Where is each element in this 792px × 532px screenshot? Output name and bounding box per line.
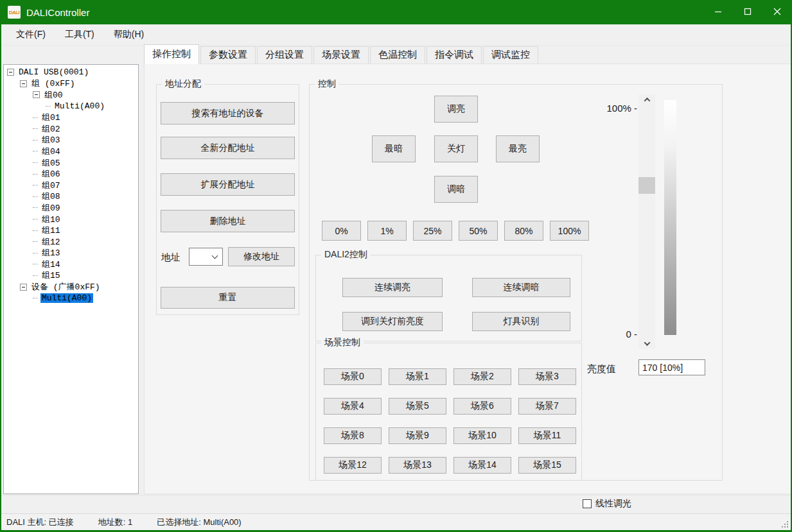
tree-item[interactable]: 组02 — [4, 123, 138, 135]
percent-button-1[interactable]: 1% — [367, 221, 407, 241]
tree-item[interactable]: 设备 (广播0xFF) — [4, 281, 138, 293]
tree-item[interactable]: 组03 — [4, 135, 138, 146]
scene-button-4[interactable]: 场景4 — [324, 398, 382, 415]
percent-button-4[interactable]: 80% — [504, 221, 543, 241]
tree-item[interactable]: 组07 — [4, 180, 138, 191]
linear-dimming-control[interactable]: 线性调光 — [583, 498, 631, 510]
tree-item[interactable]: 组15 — [4, 270, 138, 282]
tree-item[interactable]: 组06 — [4, 168, 138, 180]
tree-item[interactable]: Multi(A00) — [4, 101, 138, 112]
tab-0[interactable]: 操作控制 — [144, 44, 199, 64]
brightness-value-field[interactable]: 170 [10%] — [638, 359, 705, 375]
dali2-button-2[interactable]: 调到关灯前亮度 — [342, 312, 443, 331]
tree-item-label: 组09 — [40, 202, 62, 214]
scene-button-3[interactable]: 场景3 — [518, 368, 576, 385]
dali2-button-0[interactable]: 连续调亮 — [342, 278, 443, 297]
linear-dimming-checkbox[interactable] — [583, 499, 592, 508]
scrollbar-thumb[interactable] — [638, 177, 655, 194]
percent-button-5[interactable]: 100% — [550, 221, 589, 241]
address-button-1[interactable]: 全新分配地址 — [161, 137, 295, 159]
scene-button-13[interactable]: 场景13 — [389, 457, 446, 474]
tree-expander-icon[interactable] — [7, 69, 14, 76]
bottom-strip: 线性调光 — [1, 495, 791, 513]
dim-button[interactable]: 调暗 — [434, 176, 478, 203]
tree-connector — [33, 196, 38, 197]
tab-3[interactable]: 场景设置 — [313, 46, 369, 64]
percent-button-0[interactable]: 0% — [322, 221, 361, 241]
scene-button-12[interactable]: 场景12 — [324, 457, 382, 474]
scroll-up-button[interactable] — [638, 94, 655, 105]
modify-address-button[interactable]: 修改地址 — [228, 247, 295, 266]
menu-item-1[interactable]: 工具(T) — [55, 24, 104, 45]
maximize-button[interactable] — [733, 0, 762, 24]
tab-6[interactable]: 调试监控 — [483, 46, 538, 64]
tree-item[interactable]: 组13 — [4, 248, 138, 259]
percent-button-3[interactable]: 50% — [459, 221, 498, 241]
tree-connector — [33, 219, 38, 219]
tree-item[interactable]: 组12 — [4, 236, 138, 248]
tree-item[interactable]: 组08 — [4, 191, 138, 203]
max-brightness-button[interactable]: 最亮 — [496, 135, 540, 162]
brightness-value-label: 亮度值 — [587, 363, 616, 375]
reset-button[interactable]: 重置 — [161, 287, 295, 309]
status-item-0: DALI 主机: 已连接 — [6, 517, 74, 528]
lamp-off-button[interactable]: 关灯 — [434, 135, 478, 162]
minus-glyph — [22, 287, 25, 287]
tree-connector — [33, 128, 38, 129]
tree-item[interactable]: 组 (0xFF) — [4, 78, 138, 90]
scene-button-8[interactable]: 场景8 — [324, 427, 382, 444]
scene-button-14[interactable]: 场景14 — [453, 457, 511, 474]
close-button[interactable] — [762, 0, 792, 24]
scene-button-6[interactable]: 场景6 — [453, 398, 511, 415]
tree-item[interactable]: 组09 — [4, 202, 138, 214]
tree-item[interactable]: 组11 — [4, 225, 138, 236]
resize-grip[interactable] — [779, 519, 788, 528]
scroll-down-button[interactable] — [638, 338, 655, 349]
address-button-0[interactable]: 搜索有地址的设备 — [161, 102, 295, 124]
tab-4[interactable]: 色温控制 — [370, 46, 425, 64]
tree-item[interactable]: 组04 — [4, 146, 138, 157]
tree-expander-icon[interactable] — [20, 284, 27, 291]
tree-item[interactable]: 组10 — [4, 214, 138, 225]
address-button-2[interactable]: 扩展分配地址 — [161, 173, 295, 196]
scene-button-9[interactable]: 场景9 — [389, 427, 446, 444]
slider-max-label: 100% - — [586, 103, 637, 114]
scene-button-11[interactable]: 场景11 — [518, 427, 576, 444]
min-brightness-button[interactable]: 最暗 — [372, 135, 416, 162]
tree-item[interactable]: Multi(A00) — [4, 293, 138, 304]
tree-expander-icon[interactable] — [33, 91, 40, 98]
scene-button-0[interactable]: 场景0 — [324, 368, 382, 385]
scene-button-15[interactable]: 场景15 — [518, 457, 576, 474]
tab-1[interactable]: 参数设置 — [200, 46, 256, 64]
tab-5[interactable]: 指令调试 — [427, 46, 482, 64]
tab-2[interactable]: 分组设置 — [257, 46, 312, 64]
percent-button-2[interactable]: 25% — [413, 221, 452, 241]
minimize-button[interactable] — [703, 0, 733, 24]
tree-connector — [33, 117, 38, 118]
menu-bar: 文件(F)工具(T)帮助(H) — [1, 24, 791, 46]
address-button-3[interactable]: 删除地址 — [161, 210, 295, 232]
brighten-button[interactable]: 调亮 — [434, 96, 478, 123]
tree-item[interactable]: 组05 — [4, 157, 138, 169]
brightness-scrollbar[interactable] — [638, 94, 655, 349]
address-combobox[interactable] — [189, 248, 223, 266]
scene-button-7[interactable]: 场景7 — [518, 398, 576, 415]
tree-item[interactable]: 组14 — [4, 259, 138, 270]
status-bar: DALI 主机: 已连接地址数: 1已选择地址: Multi(A00) — [1, 513, 791, 530]
tree-item-label: 组01 — [40, 112, 62, 123]
menu-item-2[interactable]: 帮助(H) — [104, 24, 154, 45]
dali2-button-1[interactable]: 连续调暗 — [472, 278, 570, 297]
tree-expander-icon[interactable] — [20, 80, 27, 87]
dali2-button-3[interactable]: 灯具识别 — [472, 312, 570, 331]
scene-button-2[interactable]: 场景2 — [453, 368, 511, 385]
scene-button-5[interactable]: 场景5 — [389, 398, 446, 415]
tree-item[interactable]: 组01 — [4, 112, 138, 123]
linear-dimming-label: 线性调光 — [595, 498, 631, 510]
scene-button-10[interactable]: 场景10 — [453, 427, 511, 444]
scene-button-1[interactable]: 场景1 — [389, 368, 446, 385]
tree-item[interactable]: DALI USB(0001) — [4, 67, 138, 78]
menu-item-0[interactable]: 文件(F) — [6, 24, 55, 45]
tree-item-label: 组14 — [40, 259, 62, 270]
tree-item-label: DALI USB(0001) — [17, 67, 90, 77]
tree-item[interactable]: 组00 — [4, 89, 138, 101]
